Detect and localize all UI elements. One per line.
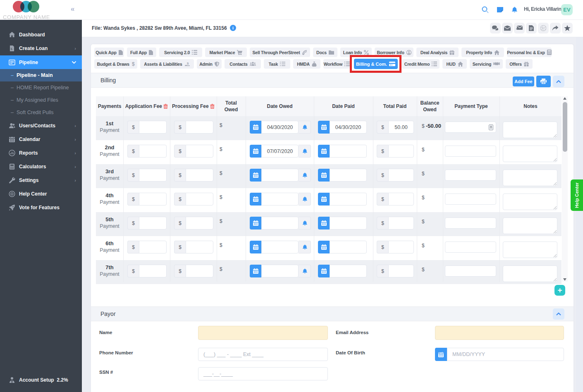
svg-text:$: $	[187, 62, 189, 65]
svg-text:i: i	[232, 26, 234, 30]
